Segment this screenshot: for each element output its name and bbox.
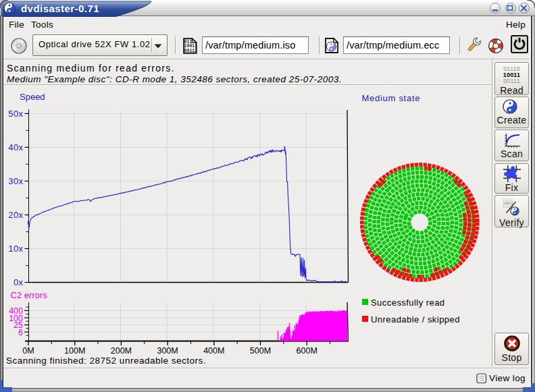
svg-text:dvdisaster-0.71: dvdisaster-0.71 — [21, 3, 99, 14]
svg-text:C2 errors: C2 errors — [11, 290, 48, 300]
svg-text:0M: 0M — [22, 346, 34, 356]
svg-text:50x: 50x — [8, 109, 23, 119]
svg-text:6: 6 — [18, 328, 23, 337]
svg-text:400M: 400M — [203, 346, 224, 356]
svg-text:0x: 0x — [14, 277, 24, 287]
svg-text:30x: 30x — [8, 176, 23, 186]
svg-text:10x: 10x — [8, 244, 23, 254]
svg-text:500M: 500M — [250, 346, 271, 356]
svg-text:40x: 40x — [8, 142, 23, 152]
svg-text:100M: 100M — [64, 346, 85, 356]
svg-text:Speed: Speed — [20, 92, 45, 102]
svg-text:00111: 00111 — [184, 49, 197, 53]
svg-text:20x: 20x — [8, 210, 23, 220]
svg-text:300M: 300M — [157, 346, 178, 356]
svg-text:200M: 200M — [111, 346, 132, 356]
svg-text:600M: 600M — [297, 346, 317, 356]
